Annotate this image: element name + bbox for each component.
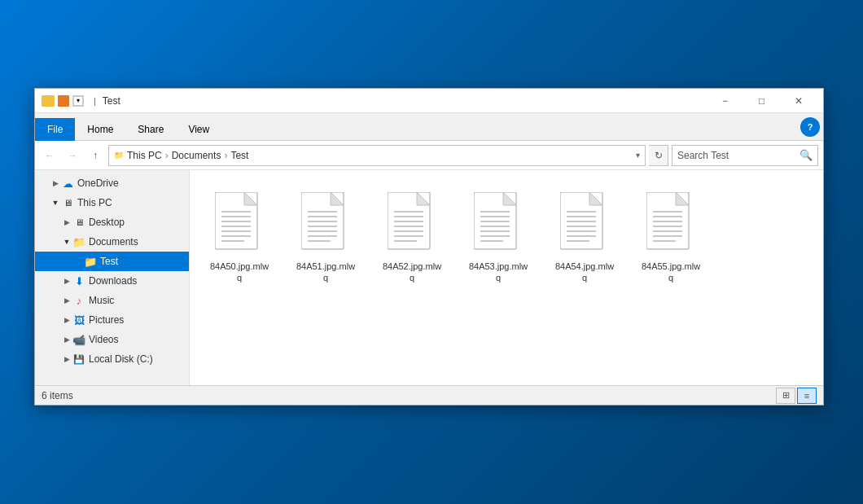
file-item[interactable]: 84A50.jpg.mlwq (203, 183, 276, 289)
toolbar: ← → ↑ 📁 This PC › Documents › Test ▾ ↻ 🔍 (35, 141, 823, 170)
title-controls: − □ ✕ (707, 89, 817, 113)
forward-button[interactable]: → (63, 146, 82, 165)
sidebar-item-localdisk[interactable]: ▶ 💾 Local Disk (C:) (35, 349, 189, 369)
pin-icon (58, 95, 69, 107)
grid-view-icon: ⊞ (782, 390, 790, 401)
file-item[interactable]: 84A51.jpg.mlwq (289, 183, 362, 289)
arrow-videos: ▶ (61, 334, 72, 345)
back-button[interactable]: ← (40, 146, 59, 165)
help-button[interactable]: ? (800, 117, 820, 137)
view-toggles: ⊞ ≡ (776, 388, 817, 404)
arrow-onedrive: ▶ (50, 177, 61, 189)
sidebar-label-documents: Documents (89, 236, 138, 248)
sidebar-item-pictures[interactable]: ▶ 🖼 Pictures (35, 310, 189, 330)
search-box[interactable]: 🔍 (672, 145, 818, 166)
file-icon (388, 192, 436, 253)
sidebar-item-documents[interactable]: ▼ 📁 Documents (35, 232, 189, 252)
file-name: 84A54.jpg.mlwq (553, 261, 616, 284)
file-icon (560, 192, 609, 253)
arrow-music: ▶ (61, 295, 72, 306)
sidebar-item-downloads[interactable]: ▶ ⬇ Downloads (35, 271, 189, 291)
content-area: 84A50.jpg.mlwq 84A51.jpg.mlwq (190, 170, 823, 385)
address-folder-icon: 📁 (114, 151, 124, 160)
pictures-icon: 🖼 (72, 313, 85, 327)
file-name: 84A51.jpg.mlwq (294, 261, 357, 284)
search-icon[interactable]: 🔍 (799, 149, 813, 161)
file-icon (474, 192, 523, 253)
up-button[interactable]: ↑ (85, 146, 105, 165)
arrow-downloads: ▶ (61, 275, 72, 287)
address-dropdown-button[interactable]: ▾ (636, 151, 640, 160)
arrow-documents: ▼ (61, 236, 72, 248)
status-bar: 6 items ⊞ ≡ (35, 385, 823, 405)
close-button[interactable]: ✕ (780, 89, 817, 113)
file-item[interactable]: 84A53.jpg.mlwq (462, 183, 535, 289)
address-bar[interactable]: 📁 This PC › Documents › Test ▾ (108, 145, 646, 166)
tab-view[interactable]: View (176, 118, 221, 141)
ribbon: File Home Share View ? (35, 113, 823, 141)
onedrive-icon: ☁ (61, 177, 74, 190)
sidebar: ▶ ☁ OneDrive ▼ 🖥 This PC ▶ 🖥 Desktop ▼ 📁… (35, 170, 190, 385)
sidebar-item-test[interactable]: 📁 Test (35, 252, 189, 271)
file-item[interactable]: 84A55.jpg.mlwq (634, 183, 707, 289)
sidebar-label-pictures: Pictures (89, 314, 124, 326)
test-icon: 📁 (84, 255, 97, 268)
arrow-test (72, 256, 84, 267)
folder-icon (42, 95, 55, 107)
sidebar-label-localdisk: Local Disk (C:) (89, 353, 153, 365)
sidebar-label-music: Music (89, 295, 114, 306)
file-item[interactable]: 84A54.jpg.mlwq (548, 183, 621, 289)
thispc-icon: 🖥 (61, 196, 74, 209)
sidebar-label-downloads: Downloads (89, 275, 137, 287)
sidebar-item-music[interactable]: ▶ ♪ Music (35, 291, 189, 310)
sidebar-label-onedrive: OneDrive (77, 177, 119, 189)
tab-file[interactable]: File (35, 118, 75, 141)
sidebar-item-onedrive[interactable]: ▶ ☁ OneDrive (35, 173, 189, 193)
file-item[interactable]: 84A52.jpg.mlwq (375, 183, 449, 289)
file-name: 84A53.jpg.mlwq (467, 261, 530, 284)
file-name: 84A50.jpg.mlwq (208, 261, 271, 284)
file-icon-wrapper (470, 188, 527, 257)
grid-view-button[interactable]: ⊞ (776, 388, 795, 404)
sidebar-label-desktop: Desktop (89, 217, 125, 228)
videos-icon: 📹 (72, 333, 85, 346)
list-view-icon: ≡ (804, 391, 809, 401)
file-icon-wrapper (642, 188, 699, 257)
file-icon (646, 192, 695, 253)
main-area: ▶ ☁ OneDrive ▼ 🖥 This PC ▶ 🖥 Desktop ▼ 📁… (35, 170, 823, 385)
file-name: 84A52.jpg.mlwq (380, 261, 444, 284)
sidebar-item-videos[interactable]: ▶ 📹 Videos (35, 330, 189, 349)
arrow-desktop: ▶ (61, 217, 72, 228)
file-icon-wrapper (297, 188, 354, 257)
separator-pipe: | (94, 96, 96, 106)
item-count: 6 items (42, 390, 73, 401)
file-grid: 84A50.jpg.mlwq 84A51.jpg.mlwq (203, 183, 810, 289)
breadcrumb-test: Test (230, 150, 248, 161)
tab-home[interactable]: Home (75, 118, 125, 141)
breadcrumb-documents[interactable]: Documents (172, 150, 221, 161)
arrow-localdisk: ▶ (61, 353, 72, 365)
breadcrumb-thispc[interactable]: This PC (127, 150, 162, 161)
sep-1: › (165, 150, 169, 161)
arrow-thispc: ▼ (50, 197, 61, 208)
sidebar-item-thispc[interactable]: ▼ 🖥 This PC (35, 193, 189, 213)
sidebar-label-videos: Videos (89, 334, 118, 345)
file-icon-wrapper (556, 188, 613, 257)
list-view-button[interactable]: ≡ (797, 388, 817, 404)
tab-share[interactable]: Share (125, 118, 176, 141)
quick-access-icon: ▾ (72, 95, 84, 107)
file-icon (215, 192, 264, 253)
documents-icon: 📁 (72, 235, 85, 248)
search-input[interactable] (677, 150, 796, 161)
minimize-button[interactable]: − (707, 89, 743, 113)
title-bar-icons: ▾ (42, 95, 84, 107)
downloads-icon: ⬇ (72, 274, 85, 287)
file-icon-wrapper (383, 188, 440, 257)
sidebar-label-thispc: This PC (77, 197, 112, 208)
file-explorer-window: ▾ | Test − □ ✕ File Home Share View ? ← … (34, 88, 824, 405)
sidebar-item-desktop[interactable]: ▶ 🖥 Desktop (35, 213, 189, 232)
maximize-button[interactable]: □ (743, 89, 780, 113)
music-icon: ♪ (72, 294, 85, 307)
refresh-button[interactable]: ↻ (649, 145, 668, 166)
localdisk-icon: 💾 (72, 353, 85, 366)
